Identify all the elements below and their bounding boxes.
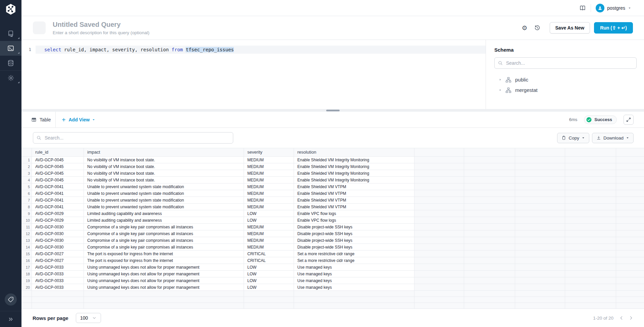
schema-search-input[interactable] xyxy=(494,57,637,69)
chevron-down-icon xyxy=(92,118,95,121)
column-header-rule_id: rule_id xyxy=(32,148,84,156)
success-check-icon xyxy=(586,117,592,123)
column-header-empty xyxy=(464,148,515,156)
cell-impact: Using unmanaged keys does not allow for … xyxy=(84,284,244,290)
empty-cell xyxy=(414,163,464,170)
cell-severity: MEDIUM xyxy=(244,244,294,250)
sidebar-item-tags[interactable] xyxy=(5,293,17,306)
empty-cell xyxy=(414,277,464,284)
cell-impact: The port is exposed for ingress from the… xyxy=(84,251,244,257)
results-search-input[interactable] xyxy=(33,132,233,144)
sql-keyword: select xyxy=(44,47,61,52)
empty-cell xyxy=(565,297,616,303)
empty-cell xyxy=(294,291,414,296)
topbar-divider xyxy=(591,4,591,12)
sidebar-item-terminal[interactable] xyxy=(0,41,21,56)
sql-editor[interactable]: 1 select rule_id, impact, severity, reso… xyxy=(21,40,486,109)
cell-rule-id: AVD-GCP-0027 xyxy=(32,257,84,264)
schema-item-mergestat[interactable]: mergestat xyxy=(494,85,637,95)
cell-severity: MEDIUM xyxy=(244,224,294,230)
empty-cell xyxy=(616,244,644,250)
cell-rule-id: AVD-GCP-0027 xyxy=(32,251,84,257)
database-icon xyxy=(7,59,14,67)
empty-cell xyxy=(565,303,616,309)
empty-cell xyxy=(464,284,515,290)
run-query-button[interactable]: Run (⇧ + ↵) xyxy=(594,22,633,34)
table-row: 10AVD-GCP-0029Limited auditing capabilit… xyxy=(21,217,644,224)
caret-right-icon[interactable] xyxy=(498,88,502,92)
empty-cell xyxy=(565,190,616,197)
cell-resolution: Enable Shielded VM Integrity Monitoring xyxy=(294,157,414,163)
row-number: 13 xyxy=(21,237,32,243)
previous-page-button[interactable] xyxy=(619,315,624,321)
row-number: 5 xyxy=(21,183,32,190)
schema-item-public[interactable]: public xyxy=(494,74,637,85)
tag-icon xyxy=(7,296,14,303)
empty-cell xyxy=(515,271,565,277)
empty-cell xyxy=(414,284,464,290)
cell-impact: No visibility of VM instance boot state. xyxy=(84,157,244,163)
mergestat-logo[interactable] xyxy=(0,0,21,19)
cell-rule-id: AVD-GCP-0045 xyxy=(32,163,84,170)
query-history-icon[interactable] xyxy=(534,24,541,31)
empty-cell xyxy=(515,277,565,284)
tab-table-view[interactable]: Table xyxy=(21,112,56,127)
sidebar-item-database[interactable] xyxy=(0,56,21,70)
column-header-empty xyxy=(565,148,616,156)
row-number: 9 xyxy=(21,210,32,217)
cell-impact: No visibility of VM instance boot state. xyxy=(84,163,244,170)
add-view-button[interactable]: Add View xyxy=(61,117,95,122)
next-page-button[interactable] xyxy=(628,315,634,321)
docs-book-icon[interactable] xyxy=(579,5,586,11)
cell-rule-id: AVD-GCP-0029 xyxy=(32,210,84,217)
query-description-input[interactable]: Enter a short description for this query… xyxy=(53,30,522,35)
rows-per-page-select[interactable]: 100 xyxy=(76,313,101,323)
sidebar-collapse-button[interactable] xyxy=(0,311,21,327)
download-button[interactable]: Download xyxy=(592,133,634,143)
cell-severity: LOW xyxy=(244,210,294,217)
caret-right-icon[interactable] xyxy=(498,78,502,81)
column-header-resolution: resolution xyxy=(294,148,414,156)
row-number: 7 xyxy=(21,197,32,203)
empty-cell xyxy=(565,163,616,170)
schema-panel-title: Schema xyxy=(494,47,637,53)
sql-code[interactable]: select rule_id, impact, severity, resolu… xyxy=(36,46,486,54)
empty-cell xyxy=(515,163,565,170)
empty-cell xyxy=(515,291,565,296)
cell-severity: CRITICAL xyxy=(244,257,294,264)
empty-cell xyxy=(565,257,616,264)
table-row: 7AVD-GCP-0041Unable to prevent unwanted … xyxy=(21,197,644,204)
user-menu[interactable]: postgres xyxy=(596,4,631,12)
empty-cell xyxy=(414,170,464,176)
cell-severity: LOW xyxy=(244,217,294,223)
query-title-input[interactable]: Untitled Saved Query xyxy=(53,21,522,29)
sidebar-item-repo[interactable] xyxy=(0,26,21,41)
cell-rule-id: AVD-GCP-0030 xyxy=(32,237,84,243)
expand-results-button[interactable] xyxy=(624,115,634,125)
resize-handle[interactable] xyxy=(326,110,340,111)
query-settings-gear-icon[interactable]: ⚙ xyxy=(522,25,527,31)
cell-severity: MEDIUM xyxy=(244,197,294,203)
cell-rule-id: AVD-GCP-0033 xyxy=(32,284,84,290)
cell-resolution: Use managed keys xyxy=(294,271,414,277)
cell-resolution: Disable project-wide SSH keys xyxy=(294,237,414,243)
column-header-severity: severity xyxy=(244,148,294,156)
empty-cell xyxy=(32,303,84,309)
save-as-new-button[interactable]: Save As New xyxy=(550,22,590,34)
sidebar-item-gear[interactable] xyxy=(0,70,21,85)
cell-resolution: Use managed keys xyxy=(294,264,414,270)
empty-cell xyxy=(414,257,464,264)
submenu-corner xyxy=(18,81,19,83)
row-number: 15 xyxy=(21,251,32,257)
empty-cell xyxy=(414,251,464,257)
cell-resolution: Disable project-wide SSH keys xyxy=(294,230,414,237)
empty-cell xyxy=(464,297,515,303)
cell-rule-id: AVD-GCP-0045 xyxy=(32,177,84,183)
cell-impact: Unable to prevent unwanted system state … xyxy=(84,204,244,210)
schema-search xyxy=(494,57,637,69)
pagination-range: 1-20 of 20 xyxy=(593,316,613,321)
empty-cell xyxy=(414,204,464,210)
empty-table-row xyxy=(21,291,644,297)
avatar xyxy=(596,4,604,12)
copy-button[interactable]: Copy xyxy=(557,133,589,143)
